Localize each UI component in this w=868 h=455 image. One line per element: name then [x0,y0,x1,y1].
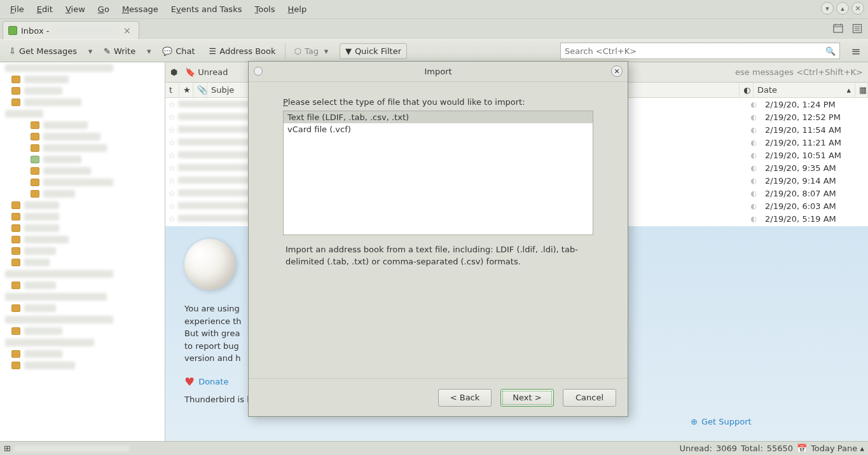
tab-close-icon[interactable]: × [123,25,131,36]
message-date: 2/19/20, 6:03 AM [760,201,868,211]
status-dot-icon: ◐ [747,100,760,109]
next-button[interactable]: Next > [500,389,554,407]
window-minimize-icon[interactable]: ▾ [821,2,834,15]
status-bar: ⊞ Unread: 3069 Total: 55650 📅 Today Pane… [0,441,868,455]
chat-label: Chat [176,46,195,56]
col-date[interactable]: Date ▴ [754,83,855,97]
tab-inbox[interactable]: Inbox - account hidden × [3,21,139,39]
dialog-title: Import [424,67,451,76]
tasks-icon[interactable] [850,22,864,36]
file-type-listbox[interactable]: Text file (LDIF, .tab, .csv, .txt) vCard… [283,111,593,235]
window-maximize-icon[interactable]: ▴ [836,2,849,15]
download-icon: ⇩ [9,46,16,56]
search-box[interactable]: 🔍 [560,43,840,59]
write-dropdown[interactable]: ▾ [144,46,153,56]
dialog-description: Import an address book from a text file,… [283,235,593,277]
option-text-file[interactable]: Text file (LDIF, .tab, .csv, .txt) [284,111,593,123]
hamburger-menu[interactable]: ≡ [848,43,864,59]
status-dot-icon: ◐ [747,215,760,223]
menu-tools[interactable]: Tools [248,2,281,17]
heart-icon: ♥ [184,375,195,388]
chat-button[interactable]: 💬 Chat [157,44,200,58]
get-messages-button[interactable]: ⇩ Get Messages [4,44,82,58]
menu-view[interactable]: View [59,2,92,17]
tag-label: Tag [305,46,319,56]
status-dot-icon: ◐ [747,113,760,121]
star-icon[interactable]: ☆ [165,163,178,173]
calendar-small-icon: 📅 [797,444,807,453]
message-date: 2/19/20, 10:51 AM [760,151,868,160]
col-star[interactable]: ★ [179,83,193,97]
tag-dropdown: ▾ [322,46,331,56]
dialog-menu-icon[interactable] [254,67,263,76]
address-book-button[interactable]: ☰ Address Book [204,44,281,58]
message-date: 2/19/20, 5:19 AM [760,214,868,224]
activity-icon[interactable]: ⊞ [4,444,11,453]
cancel-button[interactable]: Cancel [563,389,616,407]
dialog-close-button[interactable]: ✕ [611,65,623,77]
menu-events[interactable]: Events and Tasks [165,2,249,17]
star-icon[interactable]: ☆ [165,189,178,198]
status-dot-icon: ◐ [747,126,760,134]
menubar: File Edit View Go Message Events and Tas… [0,0,868,19]
tag-button[interactable]: ⬡ Tag ▾ [289,44,336,58]
message-date: 2/19/20, 11:54 AM [760,125,868,135]
window-close-icon[interactable]: ✕ [851,2,864,15]
pin-icon[interactable]: ⬢ [170,67,177,77]
col-attach[interactable]: 📎 [193,83,207,97]
quick-filter-button[interactable]: ▼ Quick Filter [340,43,407,59]
today-pane-toggle[interactable]: Today Pane ▴ [811,444,864,453]
star-icon[interactable]: ☆ [165,151,178,160]
status-text-blur [15,445,129,452]
star-icon[interactable]: ☆ [165,125,178,135]
toolbar: ⇩ Get Messages ▾ ✎ Write ▾ 💬 Chat ☰ Addr… [0,39,868,62]
get-messages-label: Get Messages [19,46,77,56]
star-icon[interactable]: ☆ [165,112,178,122]
menu-message[interactable]: Message [116,2,165,17]
col-status[interactable]: ◐ [740,83,754,97]
filter-icon: ▼ [345,46,352,56]
status-dot-icon: ◐ [747,151,760,160]
option-vcard-file[interactable]: vCard file (.vcf) [284,123,593,135]
message-date: 2/19/20, 1:24 PM [760,100,868,109]
tabbar: Inbox - account hidden × [0,19,868,39]
star-icon[interactable]: ☆ [165,214,178,224]
import-dialog: Import ✕ Please select the type of file … [248,61,628,417]
star-icon[interactable]: ☆ [165,176,178,186]
menu-go[interactable]: Go [92,2,116,17]
status-dot-icon: ◐ [747,189,760,198]
lifebuoy-icon: ⊕ [691,417,698,426]
filter-unread[interactable]: 🔖 Unread [185,67,228,77]
star-icon[interactable]: ☆ [165,138,178,147]
calendar-icon[interactable] [831,22,845,36]
donate-label: Donate [198,377,228,386]
write-label: Write [114,46,135,56]
folder-sidebar[interactable] [0,62,165,441]
col-thread[interactable]: t [165,83,179,97]
message-date: 2/19/20, 9:14 AM [760,176,868,186]
filter-search-hint: ese messages <Ctrl+Shift+K> [735,67,863,77]
star-icon[interactable]: ☆ [165,201,178,211]
message-date: 2/19/20, 11:21 AM [760,138,868,147]
search-input[interactable] [565,46,825,56]
svg-rect-0 [834,25,843,32]
quick-filter-label: Quick Filter [355,46,401,56]
menu-edit[interactable]: Edit [31,2,59,17]
tab-label: Inbox - [21,26,49,36]
write-button[interactable]: ✎ Write [99,44,141,58]
menu-file[interactable]: File [4,2,31,17]
col-picker[interactable]: ▦ [855,83,868,97]
status-unread-count: 3069 [716,444,737,453]
back-button[interactable]: < Back [438,389,492,407]
chat-icon: 💬 [162,46,172,56]
pencil-icon: ✎ [104,46,111,56]
menu-help[interactable]: Help [281,2,313,17]
star-icon[interactable]: ☆ [165,100,178,109]
tab-account-blur: account hidden [53,26,117,36]
status-dot-icon: ◐ [747,164,760,172]
status-unread-label: Unread: [680,444,712,453]
support-link[interactable]: ⊕ Get Support [691,417,752,426]
status-total-label: Total: [741,444,763,453]
inbox-icon [8,26,17,35]
get-messages-dropdown[interactable]: ▾ [86,46,95,56]
